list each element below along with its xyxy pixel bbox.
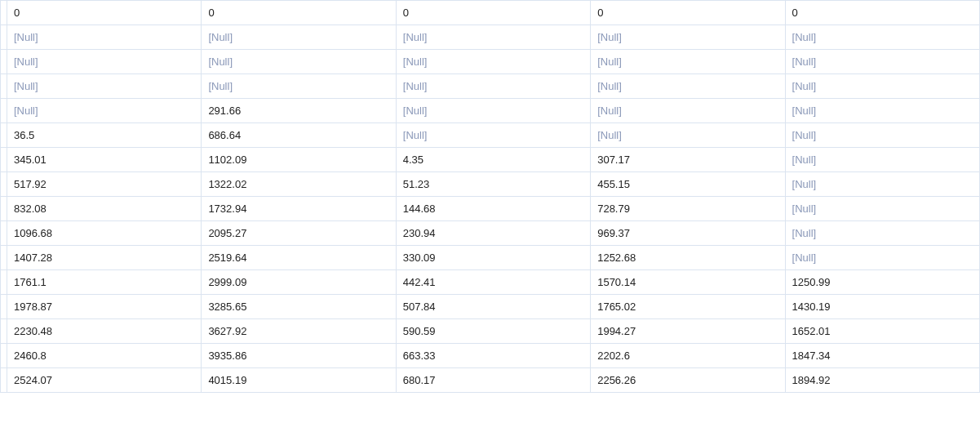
data-cell[interactable]: 4015.19: [202, 368, 396, 393]
table-row: 1978.873285.65507.841765.021430.19: [1, 295, 980, 319]
data-cell[interactable]: 832.08: [7, 197, 202, 221]
table-row: 345.011102.094.35307.17[Null]: [1, 148, 980, 172]
data-cell[interactable]: [Null]: [785, 221, 979, 246]
data-cell[interactable]: 4.35: [396, 148, 590, 172]
data-cell[interactable]: 1978.87: [7, 295, 202, 319]
data-cell[interactable]: 1847.34: [785, 344, 979, 368]
data-cell[interactable]: 2524.07: [7, 368, 202, 393]
data-cell[interactable]: 345.01: [7, 148, 202, 172]
gutter-cell: [1, 270, 7, 295]
table-row: [Null][Null][Null][Null][Null]: [1, 25, 980, 50]
table-row: [Null][Null][Null][Null][Null]: [1, 74, 980, 99]
data-cell[interactable]: 3285.65: [202, 295, 396, 319]
data-cell[interactable]: 517.92: [7, 172, 202, 197]
data-cell[interactable]: 507.84: [396, 295, 590, 319]
data-cell[interactable]: [Null]: [785, 99, 979, 123]
gutter-cell: [1, 172, 7, 197]
data-cell[interactable]: 1761.1: [7, 270, 202, 295]
data-cell[interactable]: [Null]: [785, 197, 979, 221]
data-cell[interactable]: 3935.86: [202, 344, 396, 368]
data-cell[interactable]: [Null]: [202, 74, 396, 99]
data-grid[interactable]: 0 0 0 0 0 [Null][Null][Null][Null][Null]…: [0, 0, 980, 393]
data-cell[interactable]: [Null]: [591, 25, 785, 50]
data-cell[interactable]: [Null]: [396, 25, 590, 50]
data-cell[interactable]: [Null]: [396, 74, 590, 99]
data-cell[interactable]: [Null]: [202, 50, 396, 74]
gutter-cell: [1, 344, 7, 368]
data-cell[interactable]: [Null]: [202, 25, 396, 50]
data-cell[interactable]: 2519.64: [202, 246, 396, 270]
data-cell[interactable]: 2230.48: [7, 319, 202, 344]
data-cell[interactable]: 36.5: [7, 123, 202, 148]
data-cell[interactable]: 144.68: [396, 197, 590, 221]
data-cell[interactable]: 455.15: [591, 172, 785, 197]
data-cell[interactable]: 590.59: [396, 319, 590, 344]
data-cell[interactable]: [Null]: [591, 74, 785, 99]
data-cell[interactable]: 663.33: [396, 344, 590, 368]
data-cell[interactable]: 2095.27: [202, 221, 396, 246]
gutter-cell: [1, 197, 7, 221]
data-cell[interactable]: [Null]: [785, 246, 979, 270]
data-cell[interactable]: 291.66: [202, 99, 396, 123]
data-cell[interactable]: [Null]: [7, 25, 202, 50]
data-cell[interactable]: [Null]: [785, 172, 979, 197]
column-header[interactable]: 0: [396, 1, 590, 25]
table-row: 517.921322.0251.23455.15[Null]: [1, 172, 980, 197]
gutter-cell: [1, 74, 7, 99]
data-cell[interactable]: 1096.68: [7, 221, 202, 246]
data-cell[interactable]: 1765.02: [591, 295, 785, 319]
data-cell[interactable]: [Null]: [591, 123, 785, 148]
gutter-cell: [1, 221, 7, 246]
gutter-cell: [1, 148, 7, 172]
data-cell[interactable]: 330.09: [396, 246, 590, 270]
data-cell[interactable]: [Null]: [785, 25, 979, 50]
data-cell[interactable]: 2202.6: [591, 344, 785, 368]
data-cell[interactable]: 307.17: [591, 148, 785, 172]
data-cell[interactable]: 1102.09: [202, 148, 396, 172]
column-header[interactable]: 0: [785, 1, 979, 25]
data-cell[interactable]: 1652.01: [785, 319, 979, 344]
data-cell[interactable]: 2460.8: [7, 344, 202, 368]
data-cell[interactable]: 1994.27: [591, 319, 785, 344]
column-header[interactable]: 0: [591, 1, 785, 25]
data-cell[interactable]: [Null]: [7, 74, 202, 99]
header-row: 0 0 0 0 0: [1, 1, 980, 25]
column-header[interactable]: 0: [202, 1, 396, 25]
data-cell[interactable]: [Null]: [785, 74, 979, 99]
data-cell[interactable]: 2999.09: [202, 270, 396, 295]
data-cell[interactable]: 1407.28: [7, 246, 202, 270]
data-cell[interactable]: [Null]: [7, 50, 202, 74]
data-cell[interactable]: [Null]: [591, 99, 785, 123]
data-cell[interactable]: 1322.02: [202, 172, 396, 197]
data-cell[interactable]: 1570.14: [591, 270, 785, 295]
data-cell[interactable]: 230.94: [396, 221, 590, 246]
data-cell[interactable]: 680.17: [396, 368, 590, 393]
data-cell[interactable]: 1250.99: [785, 270, 979, 295]
gutter-cell: [1, 50, 7, 74]
table-row: 1096.682095.27230.94969.37[Null]: [1, 221, 980, 246]
data-cell[interactable]: 3627.92: [202, 319, 396, 344]
gutter-cell: [1, 123, 7, 148]
data-cell[interactable]: 969.37: [591, 221, 785, 246]
data-cell[interactable]: [Null]: [7, 99, 202, 123]
data-cell[interactable]: 1732.94: [202, 197, 396, 221]
gutter-cell: [1, 319, 7, 344]
data-cell[interactable]: 442.41: [396, 270, 590, 295]
data-cell[interactable]: 2256.26: [591, 368, 785, 393]
data-cell[interactable]: [Null]: [785, 148, 979, 172]
data-cell[interactable]: 686.64: [202, 123, 396, 148]
gutter-header: [1, 1, 7, 25]
data-cell[interactable]: 1430.19: [785, 295, 979, 319]
gutter-cell: [1, 246, 7, 270]
data-cell[interactable]: [Null]: [785, 123, 979, 148]
data-cell[interactable]: 1252.68: [591, 246, 785, 270]
data-cell[interactable]: [Null]: [396, 123, 590, 148]
data-cell[interactable]: 1894.92: [785, 368, 979, 393]
data-cell[interactable]: 51.23: [396, 172, 590, 197]
data-cell[interactable]: [Null]: [785, 50, 979, 74]
data-cell[interactable]: [Null]: [396, 50, 590, 74]
data-cell[interactable]: [Null]: [396, 99, 590, 123]
data-cell[interactable]: 728.79: [591, 197, 785, 221]
data-cell[interactable]: [Null]: [591, 50, 785, 74]
column-header[interactable]: 0: [7, 1, 202, 25]
